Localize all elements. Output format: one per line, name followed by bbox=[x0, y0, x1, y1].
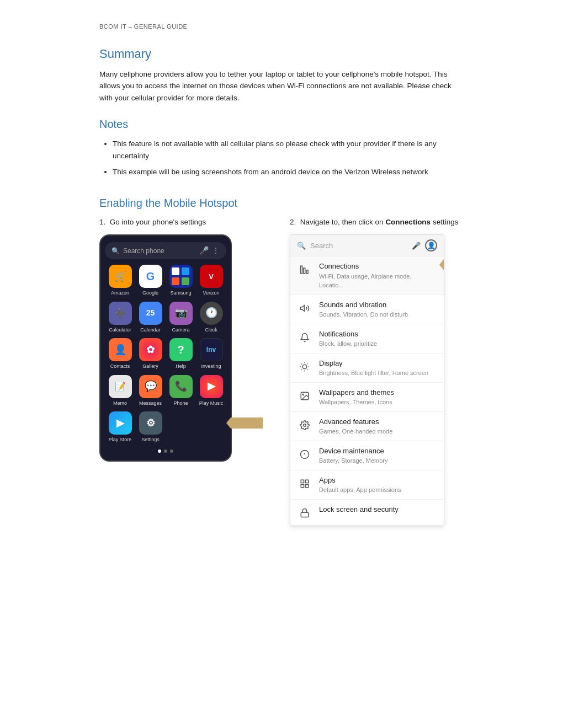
step2-num: 2. bbox=[290, 218, 296, 226]
enabling-title: Enabling the Mobile Hotspot bbox=[99, 195, 464, 211]
app-label-samsung: Samsung bbox=[170, 290, 191, 297]
note-item-1: This feature is not available with all c… bbox=[113, 138, 464, 162]
app-icon-playstore: ▶ bbox=[109, 411, 132, 435]
app-item-samsung[interactable]: Samsung bbox=[168, 265, 194, 297]
svg-rect-19 bbox=[301, 480, 304, 483]
app-icon-phone: 📞 bbox=[169, 375, 193, 398]
header-label: BCOM IT – GENERAL GUIDE bbox=[99, 22, 464, 31]
phone-dot-2 bbox=[164, 449, 167, 453]
settings-item-advanced[interactable]: Advanced features Games, One-handed mode bbox=[290, 412, 444, 441]
app-label-camera: Camera bbox=[172, 326, 189, 334]
app-icon-google: G bbox=[139, 265, 162, 288]
notes-list: This feature is not available with all c… bbox=[113, 138, 464, 178]
settings-device-icon bbox=[297, 447, 312, 462]
settings-display-sub: Brightness, Blue light filter, Home scre… bbox=[319, 368, 437, 378]
app-item-messages[interactable]: 💬 Messages bbox=[137, 375, 163, 408]
app-label-calculator: Calculator bbox=[109, 326, 131, 334]
app-item-contacts[interactable]: 👤 Contacts bbox=[107, 338, 133, 371]
app-icon-memo: 📝 bbox=[109, 375, 132, 398]
settings-apps-title: Apps bbox=[319, 475, 437, 486]
settings-advanced-text: Advanced features Games, One-handed mode bbox=[319, 416, 437, 436]
app-label-investing: Investing bbox=[201, 363, 221, 371]
app-label-playstore: Play Store bbox=[109, 436, 132, 444]
settings-item-device[interactable]: Device maintenance Battery, Storage, Mem… bbox=[290, 441, 444, 470]
summary-text: Many cellphone providers allow you to te… bbox=[99, 68, 464, 104]
settings-search-text: Search bbox=[310, 240, 407, 251]
settings-wallpapers-title: Wallpapers and themes bbox=[319, 387, 437, 398]
app-item-calculator[interactable]: ➕ Calculator bbox=[107, 302, 133, 334]
app-item-calendar[interactable]: 25 Calendar bbox=[137, 302, 163, 334]
app-icon-messages: 💬 bbox=[139, 375, 162, 398]
app-icon-gallery: ✿ bbox=[139, 338, 162, 361]
settings-item-display[interactable]: Display Brightness, Blue light filter, H… bbox=[290, 354, 444, 383]
settings-apps-text: Apps Default apps, App permissions bbox=[319, 475, 437, 495]
settings-item-connections[interactable]: Connections Wi-Fi, Data usage, Airplane … bbox=[290, 256, 444, 295]
settings-sounds-title: Sounds and vibration bbox=[319, 299, 437, 311]
app-label-memo: Memo bbox=[113, 400, 127, 408]
arrow-to-settings bbox=[231, 417, 263, 429]
app-icon-playmusic: ▶ bbox=[200, 375, 223, 398]
phone-search-text: Search phone bbox=[123, 246, 196, 256]
app-item-memo[interactable]: 📝 Memo bbox=[107, 375, 133, 408]
settings-lockscreen-icon bbox=[297, 505, 312, 521]
app-label-calendar: Calendar bbox=[140, 326, 161, 334]
step2-bold: Connections bbox=[385, 218, 431, 226]
app-item-investing[interactable]: Inv Investing bbox=[198, 338, 224, 371]
app-item-verizon[interactable]: V Verizon bbox=[198, 265, 224, 297]
settings-apps-sub: Default apps, App permissions bbox=[319, 485, 437, 495]
settings-connections-text: Connections Wi-Fi, Data usage, Airplane … bbox=[319, 261, 437, 290]
app-item-phone[interactable]: 📞 Phone bbox=[168, 375, 194, 408]
step1-text: Go into your phone's settings bbox=[110, 218, 206, 226]
settings-notifications-sub: Block, allow, prioritize bbox=[319, 339, 437, 349]
app-item-clock[interactable]: 🕐 Clock bbox=[198, 302, 224, 334]
settings-connections-sub: Wi-Fi, Data usage, Airplane mode, Locati… bbox=[319, 272, 437, 290]
enabling-section: Enabling the Mobile Hotspot 1. Go into y… bbox=[99, 195, 464, 529]
note-item-2: This example will be using screenshots f… bbox=[113, 166, 464, 178]
app-label-gallery: Gallery bbox=[142, 363, 158, 371]
app-icon-calculator: ➕ bbox=[109, 302, 132, 325]
step2-label: 2. Navigate to, then click on Connection… bbox=[290, 217, 464, 228]
svg-point-14 bbox=[302, 394, 304, 395]
settings-advanced-title: Advanced features bbox=[319, 416, 437, 427]
svg-line-11 bbox=[301, 370, 302, 370]
settings-item-lockscreen[interactable]: Lock screen and security bbox=[290, 500, 444, 526]
settings-apps-icon bbox=[297, 476, 312, 491]
step1-label: 1. Go into your phone's settings bbox=[99, 217, 273, 228]
settings-search-icon: 🔍 bbox=[297, 240, 306, 251]
app-item-google[interactable]: G Google bbox=[137, 265, 163, 297]
phone-mockup: 🔍 Search phone 🎤 ⋮ 🛒 Amazon bbox=[99, 234, 232, 462]
settings-item-wallpapers[interactable]: Wallpapers and themes Wallpapers, Themes… bbox=[290, 383, 444, 412]
app-item-playstore[interactable]: ▶ Play Store bbox=[107, 411, 133, 444]
app-item-settings[interactable]: ⚙ Settings bbox=[137, 411, 163, 444]
step1-col: 1. Go into your phone's settings 🔍 Searc… bbox=[99, 217, 273, 462]
app-item-help[interactable]: ? Help bbox=[168, 338, 194, 371]
steps-row: 1. Go into your phone's settings 🔍 Searc… bbox=[99, 217, 464, 529]
settings-connections-icon bbox=[297, 262, 312, 277]
page-container: BCOM IT – GENERAL GUIDE Summary Many cel… bbox=[66, 0, 497, 563]
svg-rect-1 bbox=[304, 268, 305, 274]
settings-advanced-icon bbox=[297, 417, 312, 433]
app-item-playmusic[interactable]: ▶ Play Music bbox=[198, 375, 224, 408]
app-item-amazon[interactable]: 🛒 Amazon bbox=[107, 265, 133, 297]
app-item-gallery[interactable]: ✿ Gallery bbox=[137, 338, 163, 371]
settings-search-bar: 🔍 Search 🎤 👤 bbox=[290, 235, 444, 256]
settings-display-text: Display Brightness, Blue light filter, H… bbox=[319, 358, 437, 378]
app-icon-verizon: V bbox=[200, 265, 223, 288]
settings-display-title: Display bbox=[319, 358, 437, 369]
settings-item-notifications[interactable]: Notifications Block, allow, prioritize bbox=[290, 324, 444, 354]
app-label-contacts: Contacts bbox=[110, 363, 130, 371]
settings-wallpapers-sub: Wallpapers, Themes, Icons bbox=[319, 398, 437, 407]
phone-dots bbox=[105, 449, 226, 453]
app-grid: 🛒 Amazon G Google bbox=[105, 265, 226, 444]
settings-item-sounds[interactable]: Sounds and vibration Sounds, Vibration, … bbox=[290, 295, 444, 324]
arrow-head bbox=[226, 417, 231, 429]
app-label-amazon: Amazon bbox=[111, 290, 129, 297]
svg-point-15 bbox=[304, 424, 306, 427]
app-icon-contacts: 👤 bbox=[109, 338, 132, 361]
settings-item-apps[interactable]: Apps Default apps, App permissions bbox=[290, 470, 444, 500]
app-item-camera[interactable]: 📷 Camera bbox=[168, 302, 194, 334]
arrow-to-connections bbox=[444, 259, 444, 270]
step2-col: 2. Navigate to, then click on Connection… bbox=[290, 217, 464, 529]
svg-rect-0 bbox=[301, 266, 302, 274]
phone-mic-icon: 🎤 bbox=[199, 245, 209, 256]
